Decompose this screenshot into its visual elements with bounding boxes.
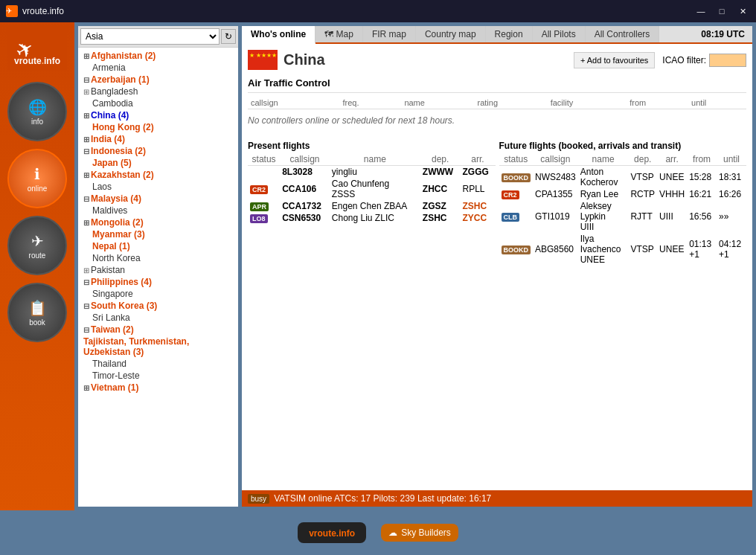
status-badge: APR bbox=[250, 202, 269, 211]
callsign-cell: ABG8560 bbox=[533, 233, 578, 266]
list-item[interactable]: ⊞Bangladesh bbox=[82, 86, 234, 97]
time-display: 08:19 UTC bbox=[693, 26, 752, 42]
future-flights-title: Future flights (booked, arrivals and tra… bbox=[499, 141, 747, 151]
dep-cell: VTSP bbox=[628, 233, 657, 266]
name-cell: Chong Liu ZLIC bbox=[330, 212, 420, 224]
sidebar: ✈ vroute.info 🌐 info ℹ online ✈ route 📋 … bbox=[0, 22, 74, 510]
sidebar-item-route[interactable]: ✈ route bbox=[7, 216, 67, 275]
present-flights-section: Present flights status callsign name dep… bbox=[248, 141, 496, 266]
status-badge: CLB bbox=[502, 213, 520, 222]
list-item[interactable]: ⊟Azerbaijan (1) bbox=[82, 74, 234, 86]
future-col-callsign: callsign bbox=[533, 153, 578, 166]
list-item[interactable]: ⊞Kazakhstan (2) bbox=[82, 169, 234, 181]
left-panel: Asia ↻ ⊞Afghanistan (2) Armenia ⊟Azerbai… bbox=[78, 26, 238, 507]
route-icon: ✈ bbox=[31, 232, 44, 250]
list-item[interactable]: Maldives bbox=[82, 205, 234, 216]
tab-country-map[interactable]: Country map bbox=[416, 26, 486, 42]
arr-cell: ZYCC bbox=[461, 212, 496, 224]
status-cell: BOOKD bbox=[499, 166, 534, 189]
name-cell: Anton Kocherov bbox=[578, 166, 629, 189]
sidebar-item-info[interactable]: 🌐 info bbox=[7, 82, 67, 141]
list-item[interactable]: ⊞China (4) bbox=[82, 109, 234, 121]
list-item[interactable]: ⊞Pakistan bbox=[82, 264, 234, 276]
status-cell: CR2 bbox=[248, 178, 280, 200]
list-item[interactable]: ⊞India (4) bbox=[82, 133, 234, 145]
maximize-button[interactable]: □ bbox=[714, 5, 729, 17]
until-cell: 16:26 bbox=[717, 188, 746, 200]
list-item[interactable]: Thailand bbox=[82, 358, 234, 370]
tab-all-pilots[interactable]: All Pilots bbox=[533, 26, 586, 42]
add-to-favourites-button[interactable]: + Add to favourites bbox=[574, 52, 655, 68]
list-item[interactable]: ⊟Philippines (4) bbox=[82, 276, 234, 288]
list-item[interactable]: Myanmar (3) bbox=[82, 228, 234, 240]
status-text: VATSIM online ATCs: 17 Pilots: 239 Last … bbox=[274, 493, 491, 504]
close-button[interactable]: ✕ bbox=[735, 5, 750, 17]
callsign-cell: NWS2483 bbox=[533, 166, 578, 189]
tab-fir-map[interactable]: FIR map bbox=[363, 26, 416, 42]
future-col-from: from bbox=[687, 153, 717, 166]
tab-map[interactable]: 🗺 Map bbox=[315, 26, 363, 42]
list-item[interactable]: Laos bbox=[82, 181, 234, 193]
list-item[interactable]: ⊞Afghanistan (2) bbox=[82, 50, 234, 62]
dep-cell: ZHCC bbox=[420, 178, 461, 200]
name-cell: Ryan Lee bbox=[578, 188, 629, 200]
tab-country-map-label: Country map bbox=[425, 29, 476, 39]
atc-col-facility: facility bbox=[548, 97, 627, 109]
atc-col-callsign: callsign bbox=[248, 97, 339, 109]
arr-cell: UNEE bbox=[657, 166, 687, 189]
list-item[interactable]: ⊟Indonesia (2) bbox=[82, 145, 234, 157]
region-dropdown[interactable]: Asia bbox=[80, 28, 220, 45]
future-col-name: name bbox=[578, 153, 629, 166]
map-icon: 🗺 bbox=[324, 29, 333, 39]
status-cell: LO8 bbox=[248, 212, 280, 224]
refresh-button[interactable]: ↻ bbox=[221, 29, 236, 44]
future-col-status: status bbox=[499, 153, 534, 166]
status-badge: CR2 bbox=[502, 190, 519, 199]
online-icon: ℹ bbox=[34, 165, 40, 183]
list-item[interactable]: ⊟Taiwan (2) bbox=[82, 324, 234, 336]
list-item[interactable]: Cambodia bbox=[82, 97, 234, 109]
name-cell: Engen Chen ZBAA bbox=[330, 200, 420, 212]
sidebar-item-book[interactable]: 📋 book bbox=[7, 283, 67, 342]
info-label: info bbox=[31, 118, 43, 126]
present-col-dep: dep. bbox=[420, 153, 461, 166]
present-flights-table: status callsign name dep. arr. 8L3028 yi… bbox=[248, 153, 496, 224]
window-controls: — □ ✕ bbox=[693, 5, 750, 17]
sidebar-item-online[interactable]: ℹ online bbox=[7, 149, 67, 208]
list-item[interactable]: Singapore bbox=[82, 288, 234, 300]
list-item[interactable]: Armenia bbox=[82, 62, 234, 74]
list-item[interactable]: ⊞Mongolia (2) bbox=[82, 216, 234, 228]
atc-table: callsign freq. name rating facility from… bbox=[248, 97, 746, 109]
tab-region[interactable]: Region bbox=[486, 26, 533, 42]
list-item[interactable]: Sri Lanka bbox=[82, 312, 234, 324]
name-cell: Cao ChunfengZSSS bbox=[330, 178, 420, 200]
list-item[interactable]: ⊟Malaysia (4) bbox=[82, 193, 234, 205]
book-icon: 📋 bbox=[28, 299, 47, 317]
list-item[interactable]: Tajikistan, Turkmenistan,Uzbekistan (3) bbox=[82, 336, 234, 358]
atc-col-from: from bbox=[627, 97, 688, 109]
status-badge: CR2 bbox=[250, 185, 268, 194]
list-item[interactable]: Hong Kong (2) bbox=[82, 121, 234, 133]
online-label: online bbox=[28, 185, 48, 193]
tab-bar: Who's online 🗺 Map FIR map Country map R… bbox=[242, 26, 752, 44]
list-item[interactable]: Japan (5) bbox=[82, 157, 234, 169]
status-badge: BOOKD bbox=[502, 173, 531, 182]
until-cell: 04:12 +1 bbox=[717, 233, 746, 266]
tab-region-label: Region bbox=[495, 29, 523, 39]
list-item[interactable]: North Korea bbox=[82, 252, 234, 264]
list-item[interactable]: Timor-Leste bbox=[82, 370, 234, 382]
tab-whos-online[interactable]: Who's online bbox=[242, 26, 315, 44]
icao-filter-input[interactable] bbox=[709, 54, 746, 67]
tab-all-controllers[interactable]: All Controllers bbox=[586, 26, 660, 42]
footer-logo: vroute.info bbox=[298, 522, 366, 543]
status-cell bbox=[248, 166, 280, 179]
footer: vroute.info ☁ Sky Builders bbox=[0, 510, 756, 555]
future-col-dep: dep. bbox=[628, 153, 657, 166]
list-item[interactable]: Nepal (1) bbox=[82, 240, 234, 252]
right-panel: Who's online 🗺 Map FIR map Country map R… bbox=[242, 26, 752, 507]
minimize-button[interactable]: — bbox=[693, 5, 708, 17]
route-label: route bbox=[29, 251, 46, 260]
present-col-arr: arr. bbox=[461, 153, 496, 166]
list-item[interactable]: ⊞Vietnam (1) bbox=[82, 382, 234, 394]
list-item[interactable]: ⊟South Korea (3) bbox=[82, 300, 234, 312]
